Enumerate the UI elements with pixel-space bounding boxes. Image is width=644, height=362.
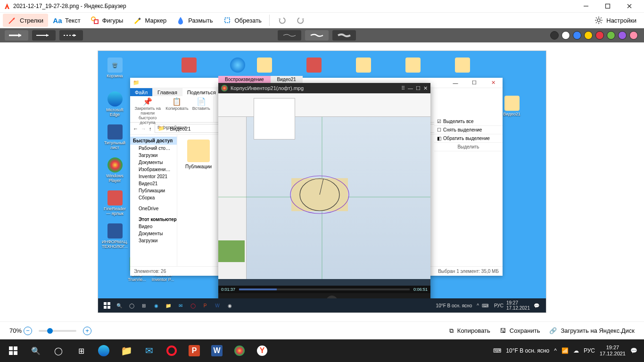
notifications-icon[interactable]: 💬 — [534, 303, 539, 308]
copy-action[interactable]: ⧉ Копировать — [449, 327, 490, 335]
color-red[interactable] — [595, 31, 604, 40]
desktop-icon[interactable]: 🗑️Корзина — [102, 58, 128, 78]
select-all[interactable]: ☑Выделить все — [434, 117, 503, 126]
nav-item[interactable]: Документы — [130, 230, 177, 237]
arrow-style-1[interactable] — [5, 30, 28, 41]
tool-blur[interactable]: Размыть — [171, 14, 217, 27]
nav-item[interactable]: Видео21 — [130, 180, 177, 187]
network-icon[interactable]: 📶 — [561, 347, 569, 354]
desktop-icon[interactable]: Microsoft Edge — [102, 91, 128, 117]
upload-action[interactable]: 🔗 Загрузить на Яндекс.Диск — [549, 327, 635, 334]
line-med[interactable] — [305, 30, 329, 41]
keyboard-icon[interactable]: ⌨ — [493, 347, 501, 354]
seek-track[interactable] — [239, 288, 410, 290]
opera-icon[interactable] — [160, 339, 183, 362]
nav-item[interactable]: Публикации — [130, 187, 177, 194]
desktop-icon[interactable] — [449, 58, 475, 74]
undo-button[interactable] — [272, 14, 291, 27]
player-taskbar-icon[interactable] — [228, 339, 251, 362]
onedrive-icon[interactable]: ☁ — [573, 347, 579, 354]
tab-home[interactable]: Главная — [153, 88, 182, 96]
tool-crop[interactable]: Обрезать — [218, 14, 266, 27]
cortana-icon[interactable]: ◯ — [47, 339, 70, 362]
settings-button[interactable]: Настройки — [589, 14, 641, 27]
powerpoint-icon[interactable]: P — [183, 339, 206, 362]
explorer-icon[interactable]: 📁 — [162, 300, 174, 311]
progress-bar[interactable]: 0:01:37 0:06:51 — [218, 286, 430, 293]
tab-share[interactable]: Поделиться — [182, 88, 221, 96]
nav-item[interactable]: Изображени… — [130, 166, 177, 173]
weather-widget[interactable]: 10°F В осн. ясно — [506, 347, 549, 354]
edge-icon[interactable]: ◉ — [150, 300, 162, 311]
nav-back[interactable]: ← — [133, 126, 138, 132]
nav-item[interactable]: Сборка — [130, 194, 177, 201]
nav-item[interactable]: Загрузки — [130, 237, 177, 244]
nav-pane[interactable]: Быстрый доступ Рабочий сто… Загрузки Док… — [130, 135, 177, 266]
copy-button[interactable]: 📋Копировать — [165, 97, 188, 125]
start-button[interactable] — [2, 339, 25, 362]
player-taskbar-icon[interactable]: ◉ — [223, 300, 236, 311]
search-icon[interactable]: 🔍 — [25, 339, 47, 362]
tool-text[interactable]: Aa Текст — [48, 14, 85, 27]
keyboard-icon[interactable]: ⌨ — [482, 303, 488, 308]
nav-quick[interactable]: Быстрый доступ — [130, 137, 177, 145]
tab-file[interactable]: Файл — [130, 88, 153, 96]
nav-item[interactable]: Загрузки — [130, 152, 177, 159]
nav-item[interactable]: Inventor 2021 — [130, 173, 177, 180]
zoom-in-button[interactable]: + — [83, 327, 91, 335]
desktop-icon[interactable]: ИНФОРМАЦ. ТЕХНОЛОГ... — [102, 223, 128, 249]
desktop-icon[interactable]: Windows Player — [102, 157, 128, 183]
color-yellow[interactable] — [584, 31, 593, 40]
color-purple[interactable] — [618, 31, 627, 40]
clock[interactable]: 19:2717.12.2021 — [506, 300, 530, 311]
zoom-slider[interactable] — [39, 330, 76, 332]
yandex-icon[interactable]: Y — [251, 339, 273, 362]
invert-select[interactable]: ◧Обратить выделение — [434, 134, 503, 143]
player-pin[interactable]: ⠿ — [401, 85, 405, 91]
paste-button[interactable]: 📄Вставить — [192, 97, 210, 125]
player-close[interactable]: ✕ — [423, 85, 428, 91]
lang-indicator[interactable]: РУС — [494, 303, 504, 308]
weather-widget[interactable]: 10°F В осн. ясно — [436, 303, 472, 308]
zoom-out-button[interactable]: − — [24, 327, 32, 335]
color-black[interactable] — [550, 31, 559, 40]
word-icon[interactable]: W — [211, 300, 223, 311]
desktop-icon[interactable] — [251, 58, 277, 74]
minimize-button[interactable] — [575, 0, 597, 12]
nav-onedrive[interactable]: OneDrive — [130, 205, 177, 212]
lang-indicator[interactable]: РУС — [584, 347, 595, 354]
nav-item[interactable]: Видео — [130, 223, 177, 230]
powerpoint-icon[interactable]: P — [199, 300, 211, 311]
opera-icon[interactable]: ◯ — [187, 300, 199, 311]
nav-fwd[interactable]: → — [141, 126, 146, 132]
nav-item[interactable]: Рабочий сто… — [130, 145, 177, 152]
desktop-icon[interactable]: FineReader — ярлык — [102, 190, 128, 216]
pin-button[interactable]: 📌Закрепить на панели быстрого доступа — [133, 97, 162, 125]
color-pink[interactable] — [629, 31, 638, 40]
desktop-icon[interactable]: Титульный лист — [102, 124, 128, 150]
close-button[interactable] — [619, 0, 640, 12]
mail-icon[interactable]: ✉ — [138, 339, 160, 362]
word-icon[interactable]: W — [206, 339, 228, 362]
player-minimize[interactable]: — — [408, 85, 413, 91]
color-white[interactable] — [561, 31, 570, 40]
maximize-button[interactable] — [597, 0, 619, 12]
tray-chevron-icon[interactable]: ^ — [554, 347, 557, 354]
explorer-close[interactable]: ✕ — [484, 80, 503, 86]
save-action[interactable]: 🖫 Сохранить — [500, 327, 540, 334]
tool-arrows[interactable]: Стрелки — [3, 14, 48, 27]
player-maximize[interactable]: ☐ — [416, 85, 421, 91]
file-item[interactable]: Публикации — [182, 140, 215, 169]
desktop-icon[interactable] — [224, 58, 250, 74]
arrow-style-2[interactable] — [32, 30, 56, 41]
mail-icon[interactable]: ✉ — [174, 300, 187, 311]
nav-item[interactable]: Документы — [130, 159, 177, 166]
clock[interactable]: 19:27 17.12.2021 — [600, 345, 626, 357]
task-view-icon[interactable]: ⊞ — [138, 300, 150, 311]
tray-chevron-icon[interactable]: ^ — [477, 303, 479, 308]
line-thin[interactable] — [278, 30, 301, 41]
redo-button[interactable] — [291, 14, 310, 27]
search-icon[interactable]: 🔍 — [113, 300, 125, 311]
arrow-style-3[interactable] — [59, 30, 83, 41]
desktop-icon[interactable] — [400, 58, 426, 74]
